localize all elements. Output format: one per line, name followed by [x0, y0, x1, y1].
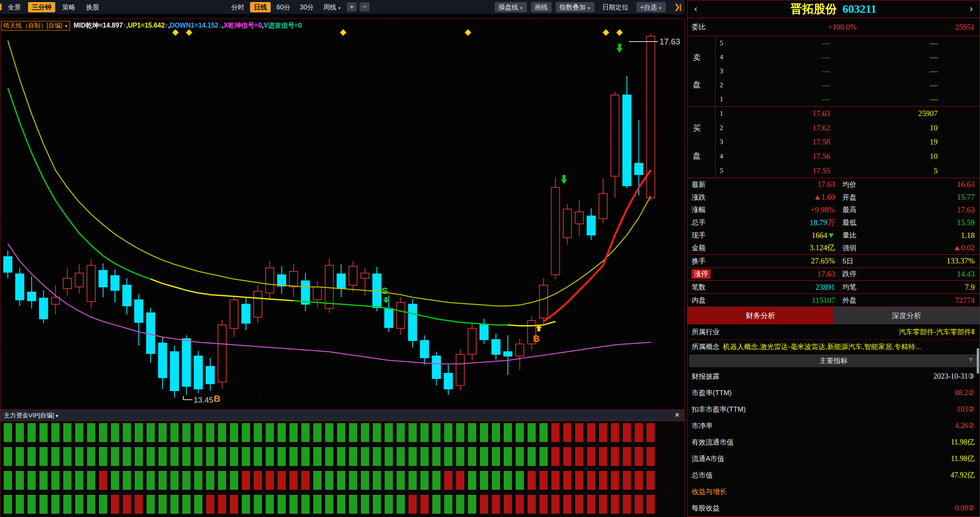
stat-value-part: 133.37% — [947, 256, 975, 265]
diamond-signal-icon — [616, 29, 623, 36]
period-周线[interactable]: 周线▼ — [320, 2, 345, 12]
zoom-out-button[interactable]: − — [360, 2, 370, 12]
stock-name: 晋拓股份 — [791, 2, 837, 15]
tab-depth-analysis[interactable]: 深度分析 — [834, 307, 980, 324]
candle — [468, 328, 476, 354]
indicator-name-dropdown[interactable]: 晴天线（自制）[自编] ▼ — [1, 21, 70, 30]
stat-value-part: 17.63 — [957, 205, 975, 214]
sell-row[interactable]: 3—— — [716, 64, 980, 78]
scrollbar-thumb[interactable] — [977, 348, 979, 374]
stat-value-part: +9.98% — [810, 205, 835, 214]
chevron-down-icon: ▼ — [64, 24, 68, 28]
book-volume: — — [830, 81, 980, 90]
prev-stock-arrow[interactable]: ‹ — [688, 4, 704, 14]
stat-value-part: 16.63 — [957, 180, 975, 189]
main-chart-area[interactable]: 晴天线（自制）[自编] ▼ MID乾坤=14.897↑,UP1=15.642↑,… — [0, 19, 685, 410]
panel-collapse-icon[interactable]: ❯| — [674, 2, 681, 12]
toolbar-item-日期定位[interactable]: 日期定位 — [599, 2, 632, 12]
stat-row: 金额3.124亿强弱▲0.02 — [688, 242, 980, 254]
collapse-left-icon[interactable] — [0, 4, 2, 10]
industry-value[interactable]: 汽车零部件-汽车零部件Ⅱ — [720, 327, 980, 337]
financial-value: 11.98亿 — [724, 454, 980, 463]
sell-side-label: 卖盘 — [688, 36, 716, 106]
sell-row[interactable]: 2—— — [716, 78, 980, 92]
candle — [325, 265, 333, 309]
sell-row[interactable]: 1—— — [716, 92, 980, 106]
industry-label: 所属行业 — [688, 327, 720, 337]
indicator-value-part: MID乾坤=14.897 — [73, 22, 123, 29]
book-volume: 5 — [830, 166, 980, 175]
toolbar-item-操盘线[interactable]: 操盘线▼ — [495, 2, 527, 12]
candle — [242, 304, 250, 323]
stat-label: 最新 — [688, 180, 753, 189]
period-30分[interactable]: 30分 — [296, 2, 318, 12]
stat-value: 7.9 — [895, 283, 980, 292]
book-level: 5 — [716, 167, 734, 175]
down-arrow-icon — [383, 297, 389, 303]
book-level: 2 — [716, 81, 734, 89]
buy-row[interactable]: 517.555 — [716, 163, 980, 178]
next-stock-arrow[interactable]: › — [963, 4, 980, 14]
stat-label: 均价 — [835, 180, 895, 189]
concept-value[interactable]: 机器人概念,激光雷达-毫米波雷达,新能源汽车,智能家居,专精特... — [720, 342, 980, 352]
stock-code: 603211 — [842, 2, 876, 15]
indicator-value-part: ↑ — [165, 22, 168, 29]
tab-financial-analysis[interactable]: 财务分析 — [688, 307, 834, 324]
buy-row[interactable]: 217.6210 — [716, 121, 980, 135]
buy-row[interactable]: 117.6325907 — [716, 107, 980, 121]
toolbar-item-策略[interactable]: 策略 — [58, 2, 79, 12]
financial-row: 扣非市盈率(TTM)103② — [688, 401, 980, 417]
toolbar-right-group: 操盘线▼画线指数叠加▼日期定位+自选▼ — [495, 2, 666, 12]
stat-value: ▲1.60 — [753, 193, 835, 202]
book-price: — — [734, 95, 830, 104]
zoom-in-button[interactable]: + — [347, 2, 357, 12]
chevron-down-icon: ▼ — [587, 6, 591, 10]
sell-row[interactable]: 4—— — [716, 50, 980, 64]
candle — [254, 291, 262, 317]
candle — [551, 188, 559, 275]
chevron-down-icon: ▼ — [55, 414, 59, 418]
capital-flow-panel[interactable]: 主力资金VIP[自编]▼ × — [0, 410, 685, 517]
stat-value-part: ▲1.60 — [814, 193, 835, 201]
stat-value: 1.18 — [895, 231, 980, 240]
toolbar-item-+自选[interactable]: +自选▼ — [636, 2, 666, 12]
book-price: — — [734, 81, 830, 90]
capital-flow-title-dropdown[interactable]: 主力资金VIP[自编]▼ — [4, 412, 59, 419]
stat-value: 1664▼ — [753, 231, 835, 240]
candle — [385, 309, 393, 328]
toolbar-item-三分钟[interactable]: 三分钟 — [28, 2, 55, 12]
book-level: 3 — [716, 67, 734, 75]
toolbar-item-全景[interactable]: 全景 — [4, 2, 25, 12]
candle — [361, 273, 369, 278]
candle — [409, 304, 417, 340]
book-volume: 10 — [830, 152, 980, 161]
toolbar-item-换股[interactable]: 换股 — [82, 2, 103, 12]
sell-row[interactable]: 5—— — [716, 36, 980, 50]
period-日线[interactable]: 日线 — [250, 2, 271, 12]
indicator-row: 晴天线（自制）[自编] ▼ MID乾坤=14.897↑,UP1=15.642↑,… — [1, 21, 302, 30]
close-icon[interactable]: × — [675, 411, 679, 419]
buy-row[interactable]: 317.5819 — [716, 135, 980, 149]
candle — [266, 268, 274, 293]
concept-label: 所属概念 — [688, 342, 720, 352]
diamond-signal-icon — [465, 29, 471, 36]
period-selector-group: 分时日线60分30分周线▼ — [227, 2, 345, 12]
candle — [218, 325, 226, 382]
buy-side-label: 买盘 — [688, 107, 716, 178]
candlestick-chart[interactable]: SBB17.6313.45 — [0, 19, 683, 409]
toolbar-item-指数叠加[interactable]: 指数叠加▼ — [556, 2, 594, 12]
concept-row: 所属概念 机器人概念,激光雷达-毫米波雷达,新能源汽车,智能家居,专精特... — [688, 340, 980, 354]
trading-app-window: { "toolbar":{ "left_items":[{"label":"全景… — [0, 0, 980, 517]
toolbar-item-画线[interactable]: 画线 — [531, 2, 552, 12]
period-60分[interactable]: 60分 — [273, 2, 294, 12]
buy-row[interactable]: 417.5610 — [716, 149, 980, 164]
stat-label: 涨幅 — [688, 205, 753, 214]
stat-value: 17.63 — [753, 180, 835, 189]
help-icon[interactable]: ? — [969, 356, 972, 363]
stat-value-part: 亿 — [827, 243, 835, 252]
financial-row: 收益与增长 — [688, 483, 980, 500]
stat-label: 涨停 — [688, 269, 753, 279]
stat-value-part: 18.79 — [809, 218, 827, 227]
period-分时[interactable]: 分时 — [227, 2, 248, 12]
capital-flow-header: 主力资金VIP[自编]▼ × — [0, 410, 684, 421]
